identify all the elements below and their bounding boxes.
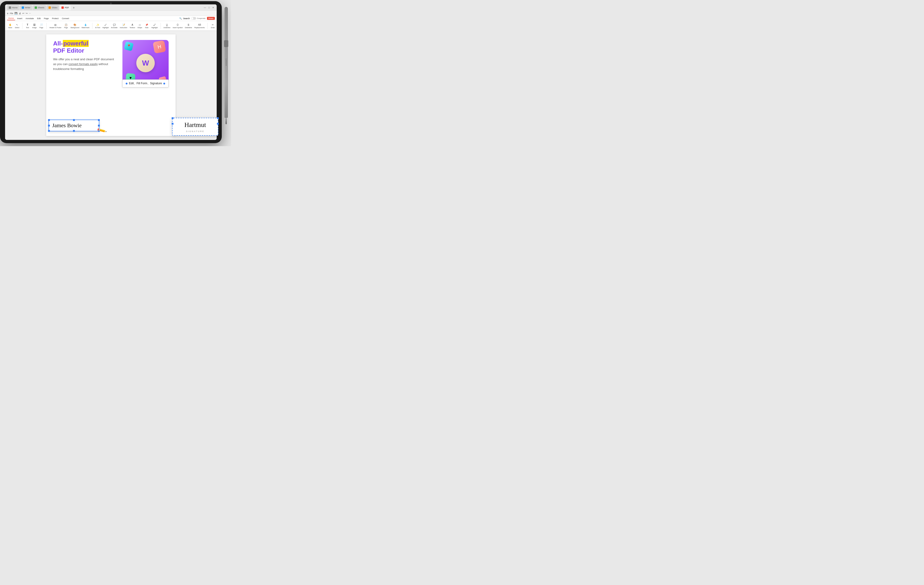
replacements-label: Replacements [194, 27, 205, 28]
tab-home-label: Home [12, 7, 18, 9]
deleteline-button[interactable]: S Deleteline [184, 23, 193, 29]
signature-corners [48, 119, 100, 132]
annotate-label: Annotate [111, 27, 117, 28]
wps-logo: W [136, 54, 155, 72]
menu-edit[interactable]: Edit [36, 17, 42, 20]
ribbon-group-annotation: ✨ AI Text 🖊 Highlight 💬 Annotate 📝 Instr… [94, 23, 160, 29]
image-tool-button[interactable]: 🖼 Image [31, 23, 38, 29]
hand-icon: ✋ [8, 23, 12, 26]
close-button[interactable]: ✕ [211, 6, 215, 9]
tab-pdf-label: PDF [65, 7, 69, 9]
page-tool-button[interactable]: 📄 Page [38, 23, 45, 29]
note-button[interactable]: 📌 Note [144, 23, 150, 29]
annotate-button[interactable]: 💬 Annotate [110, 23, 119, 29]
browser-chrome: Home Writer Sheets Slides PDF [5, 4, 217, 31]
slides-tab-icon [48, 7, 51, 9]
doc-title: All-powerful PDF Editor [53, 40, 118, 54]
background-button[interactable]: 🎨 Background [70, 23, 80, 29]
draw-label: Draw [211, 27, 214, 28]
redo-icon[interactable]: ↪ [26, 12, 28, 15]
signature-box[interactable]: James Bowie ✏️ [48, 120, 99, 131]
tab-sheets-label: Sheets [38, 7, 45, 9]
ribbon-group-draw: ✏ Draw 📎 Annex ✍ Sign 🔖 stamp [210, 23, 217, 29]
tab-slides[interactable]: Slides [47, 5, 59, 10]
menu-page[interactable]: Page [43, 17, 50, 20]
menu-annotate[interactable]: Annotate [24, 17, 35, 20]
highlight-label: Highlight [102, 27, 109, 28]
textbox-label: Textbox [130, 27, 135, 28]
text-label: Text [26, 27, 29, 28]
save-icon: 💾 [15, 12, 17, 15]
tab-sheets[interactable]: Sheets [33, 5, 46, 10]
minimize-button[interactable]: — [203, 6, 206, 9]
ai-text-button[interactable]: ✨ AI Text [94, 23, 101, 29]
annotate-icon: 💬 [113, 23, 116, 26]
text-icon: T [26, 23, 29, 26]
replacements-icon: AB [198, 23, 201, 26]
sig-card-label: SIGNATURE [176, 130, 214, 132]
page2-button[interactable]: 📋 Page [63, 23, 69, 29]
stylus: Lenovo [224, 7, 228, 136]
corner-bl [48, 130, 50, 132]
new-tab-button[interactable]: + [72, 5, 76, 10]
tab-slides-label: Slides [52, 7, 58, 9]
ribbon-group-page: ▤ Header & Footer 📋 Page 🎨 Background 💧 … [48, 23, 92, 29]
undo-icon[interactable]: ↩ [22, 12, 24, 15]
corner-tr [98, 119, 100, 121]
edit-fill-tooltip: Edit、Fill Form、Signature [122, 79, 168, 87]
sig-card-corner-br [217, 123, 219, 125]
tab-pdf[interactable]: PDF [59, 5, 71, 10]
cooperate-toggle: Cooperate [191, 17, 205, 20]
menu-home[interactable]: Home [7, 16, 15, 20]
select-tool-button[interactable]: ↖ Select [14, 23, 20, 29]
maximize-button[interactable]: □ [208, 6, 211, 9]
tab-home[interactable]: Home [7, 5, 20, 10]
share-button[interactable]: Share [207, 17, 215, 20]
annex-button[interactable]: 📎 Annex [216, 23, 217, 29]
tab-writer[interactable]: Writer [20, 5, 32, 10]
underline-button[interactable]: U Underline [163, 23, 172, 29]
stylus-body: Lenovo [224, 7, 228, 118]
hand-tool-button[interactable]: ✋ Hand [7, 23, 13, 29]
cooperate-switch[interactable] [191, 17, 196, 20]
menu-insert[interactable]: Insert [16, 17, 24, 20]
instruction-button[interactable]: 📝 Instruction [119, 23, 128, 29]
menu-protect[interactable]: Protect [51, 17, 60, 20]
sig-card-corner-tr [217, 117, 219, 119]
menu-convert[interactable]: Convert [61, 17, 71, 20]
insert-symbol-label: Insert Symbol [173, 27, 183, 28]
text-tool-button[interactable]: T Text [24, 23, 31, 29]
background-icon: 🎨 [73, 23, 76, 26]
title-line2: PDF Editor [53, 47, 84, 54]
highlight-button[interactable]: 🖊 Highlight [101, 23, 109, 29]
draw-button[interactable]: ✏ Draw [210, 23, 216, 29]
print-icon: 🖨 [19, 12, 21, 15]
edit-dot-right [163, 82, 165, 84]
edit-tooltip-text: Edit、Fill Form、Signature [129, 81, 162, 86]
highlight2-button[interactable]: 🖍 Highlight [150, 23, 158, 29]
pdf-tab-icon [61, 7, 64, 9]
corner-bm [73, 130, 75, 132]
page-icon: 📄 [40, 23, 43, 26]
stylus-brand-label: Lenovo [226, 59, 227, 66]
search-label: Search [183, 17, 190, 20]
select-label: Select [15, 27, 19, 28]
insert-symbol-button[interactable]: Ω Insert Symbol [172, 23, 184, 29]
header-footer-button[interactable]: ▤ Header & Footer [48, 23, 63, 29]
insert-symbol-icon: Ω [176, 23, 179, 26]
underline-text: convert formats easily [69, 62, 98, 66]
background-label: Background [71, 27, 79, 28]
watermark-button[interactable]: 💧 Watermark [81, 23, 90, 29]
file-menu[interactable]: File [10, 12, 13, 15]
replacements-button[interactable]: AB Replacements [193, 23, 206, 29]
sig-card-corner-bl [172, 123, 173, 125]
camera-notch [110, 3, 112, 4]
page2-label: Page [64, 27, 68, 28]
watermark-label: Watermark [82, 27, 89, 28]
shape-button[interactable]: ◻ Shape [137, 23, 143, 29]
hand-label: Hand [8, 27, 12, 28]
status-bar: ⬆ Navigation ⏮ ‹ 1/1 › ⏭ 👁 ⊞ ⊟ ● ⊡ [5, 139, 217, 140]
title-highlight-word: powerful [63, 40, 89, 47]
textbox-button[interactable]: A Textbox [129, 23, 136, 29]
tab-bar: Home Writer Sheets Slides PDF [5, 4, 217, 11]
